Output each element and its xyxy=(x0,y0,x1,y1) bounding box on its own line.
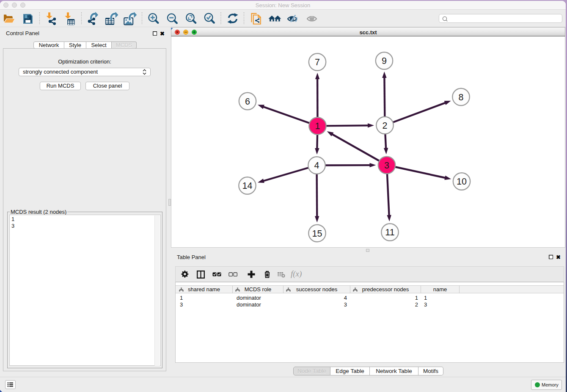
svg-text:3: 3 xyxy=(384,160,389,171)
svg-text:10: 10 xyxy=(457,177,467,187)
svg-text:8: 8 xyxy=(459,92,464,102)
svg-text:15: 15 xyxy=(312,229,322,239)
svg-text:1: 1 xyxy=(315,121,320,131)
svg-text:7: 7 xyxy=(315,57,320,67)
svg-text:4: 4 xyxy=(314,160,319,171)
svg-text:2: 2 xyxy=(383,121,388,131)
svg-text:11: 11 xyxy=(385,227,394,237)
svg-text:14: 14 xyxy=(242,181,253,191)
svg-text:9: 9 xyxy=(382,56,387,66)
svg-text:6: 6 xyxy=(245,97,250,107)
